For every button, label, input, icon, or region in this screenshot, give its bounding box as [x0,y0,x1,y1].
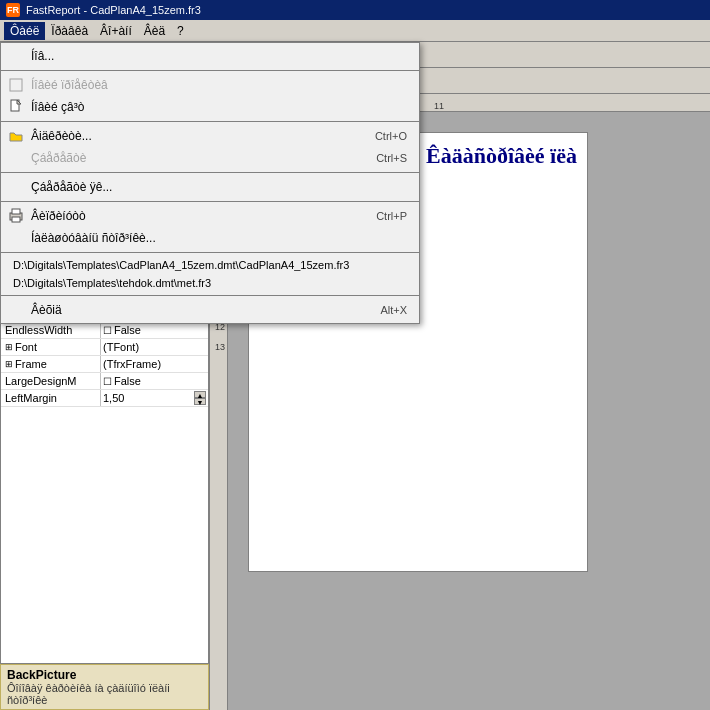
dd-pagesetup[interactable]: Íàëàøòóâàíü ñòîð³íêè... [1,227,419,249]
prop-key-font: Font [15,341,37,353]
prop-row-font[interactable]: ⊞ Font (TFont) [1,339,208,356]
dd-saveas[interactable]: Çáåðåãòè ÿê... [1,176,419,198]
title-bar: FR FastReport - CadPlanA4_15zem.fr3 [0,0,710,20]
prop-val-largedesign: False [114,375,141,387]
svg-rect-3 [12,209,20,214]
dd-exit-shortcut: Alt+X [380,304,407,316]
dd-save: Çáåðåãòè Ctrl+S [1,147,419,169]
prop-scroll-down-leftmargin[interactable]: ▼ [194,398,206,405]
svg-rect-4 [12,217,20,222]
dd-sep-6 [1,295,419,296]
print-icon [7,207,25,225]
dd-sep-4 [1,201,419,202]
window-title: FastReport - CadPlanA4_15zem.fr3 [26,4,201,16]
dd-save-label: Çáåðåãòè [31,151,86,165]
page-title: Êàäàñòðîâèé ïëà [426,143,577,169]
selected-prop-desc: Ôîíîâàÿ êàðòèíêà íà çàäíüîìó ïëàíi ñòîð³… [7,682,202,706]
dd-sep-3 [1,172,419,173]
prop-val-leftmargin: 1,50 [103,392,124,404]
prop-row-frame[interactable]: ⊞ Frame (TfrxFrame) [1,356,208,373]
prop-val-frame: (TfrxFrame) [103,358,161,370]
menu-insert[interactable]: Âî+àíí [94,22,138,40]
prop-check-largedesign: ☐ [103,376,112,387]
dd-print[interactable]: Âèïðèíóòò Ctrl+P [1,205,419,227]
prop-row-leftmargin[interactable]: LeftMargin 1,50 ▲ ▼ [1,390,208,407]
menu-bar: Ôàéë Ïðàâêà Âî+àíí Âèä ? [0,20,710,42]
dd-print-label: Âèïðèíóòò [31,209,86,223]
dd-pagesetup-label: Íàëàøòóâàíü ñòîð³íêè... [31,231,156,245]
open-icon [7,127,25,145]
expand-frame-icon: ⊞ [5,359,13,369]
prop-check-endlesswidth: ☐ [103,325,112,336]
dd-new-label: Íîâ... [31,49,54,63]
dd-new-report[interactable]: Íîâèé çâ³ò [1,96,419,118]
dd-save-shortcut: Ctrl+S [376,152,407,164]
dd-sep-5 [1,252,419,253]
dd-sep-1 [1,70,419,71]
app-icon: FR [6,3,20,17]
dd-open-shortcut: Ctrl+O [375,130,407,142]
menu-file[interactable]: Ôàéë [4,22,45,40]
dd-print-shortcut: Ctrl+P [376,210,407,222]
dd-new-project: Íîâèé ïðîåêòèâ [1,74,419,96]
prop-val-endlesswidth: False [114,324,141,336]
prop-val-font: (TFont) [103,341,139,353]
dd-new-report-label: Íîâèé çâ³ò [31,100,84,114]
expand-font-icon: ⊞ [5,342,13,352]
dd-saveas-label: Çáåðåãòè ÿê... [31,180,112,194]
selected-prop-name: BackPicture [7,668,202,682]
new-report-icon [7,98,25,116]
prop-key-endlesswidth: EndlessWidth [5,324,72,336]
dd-open[interactable]: Âiäêðèòè... Ctrl+O [1,125,419,147]
prop-key-frame: Frame [15,358,47,370]
menu-help[interactable]: ? [171,22,190,40]
menu-edit[interactable]: Ïðàâêà [45,22,94,40]
dd-recent-1[interactable]: D:\Digitals\Templates\CadPlanA4_15zem.dm… [1,256,419,274]
file-dropdown-menu: Íîâ... Íîâèé ïðîåêòèâ Íîâèé çâ³ò Âiäêðèò… [0,42,420,324]
new-project-icon [7,76,25,94]
prop-scroll-up-leftmargin[interactable]: ▲ [194,391,206,398]
dd-exit[interactable]: Âèõiä Alt+X [1,299,419,321]
prop-key-largedesign: LargeDesignM [5,375,77,387]
dd-new[interactable]: Íîâ... [1,45,419,67]
prop-row-largedesign[interactable]: LargeDesignM ☐ False [1,373,208,390]
dd-open-label: Âiäêðèòè... [31,129,92,143]
dd-new-project-label: Íîâèé ïðîåêòèâ [31,78,108,92]
prop-key-leftmargin: LeftMargin [5,392,57,404]
prop-row-endlesswidth[interactable]: EndlessWidth ☐ False [1,322,208,339]
dd-sep-2 [1,121,419,122]
dd-exit-label: Âèõiä [31,303,62,317]
dd-recent-2[interactable]: D:\Digitals\Templates\tehdok.dmt\met.fr3 [1,274,419,292]
menu-view[interactable]: Âèä [138,22,171,40]
svg-rect-0 [10,79,22,91]
property-description-panel: BackPicture Ôîíîâàÿ êàðòèíêà íà çàäíüîìó… [0,664,209,710]
